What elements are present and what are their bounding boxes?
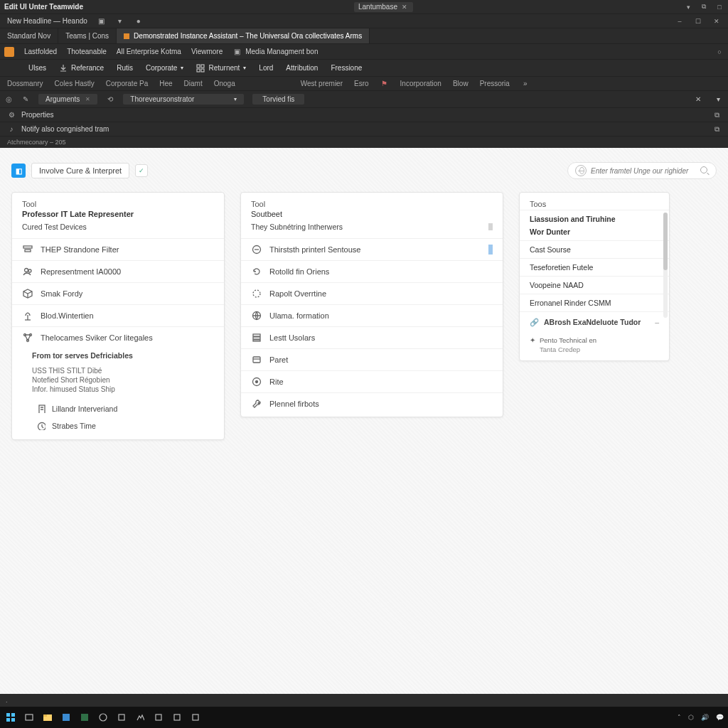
card2-item-7[interactable]: Plennel firbots [241, 392, 503, 417]
card3-row-0a[interactable]: Liassusion and Tiruhine [520, 210, 669, 228]
dot-icon[interactable]: ● [134, 17, 143, 26]
search-box[interactable] [567, 162, 717, 179]
window-min-icon[interactable]: ▾ [684, 3, 692, 11]
brush-icon[interactable]: ✎ [21, 95, 30, 104]
app5-icon[interactable] [134, 711, 146, 724]
app4-icon[interactable] [115, 711, 128, 724]
flag-icon[interactable]: ⚑ [380, 80, 389, 88]
app1-icon[interactable] [60, 711, 73, 724]
ribbon-item-3[interactable]: Corporate▾ [146, 64, 183, 72]
card2-item-4[interactable]: Lestt Usolars [241, 326, 503, 348]
subtool-item-e[interactable]: ▣Media Managment bon [232, 48, 318, 56]
r2r-4[interactable]: Pressoria [480, 80, 510, 87]
tray-vol-icon[interactable]: 🔊 [701, 714, 709, 721]
system-tray[interactable]: ˄ ⬡ 🔊 💬 [678, 714, 724, 721]
close-panel-icon[interactable]: ✕ [692, 94, 704, 105]
card2-item-0[interactable]: Thirststh printerl Sentouse [241, 238, 503, 260]
bell-icon[interactable]: ♪ [7, 125, 16, 134]
breadcrumb-dropdown[interactable]: ✓ [135, 164, 148, 177]
card1-sub-0[interactable]: Lillandr Interveriand [12, 400, 224, 417]
ribbon-item-4[interactable]: Returnent▾ [196, 64, 246, 73]
expand-panel-icon[interactable]: ▾ [712, 94, 724, 105]
card3-row-2[interactable]: Cast Sourse [520, 240, 669, 258]
maximize-icon[interactable]: ☐ [694, 17, 702, 26]
panel-dup-icon[interactable]: ⧉ [712, 125, 721, 134]
pill-arguments[interactable]: Arguments ✕ [38, 94, 97, 105]
tray-up-icon[interactable]: ˄ [678, 714, 681, 721]
r2r-1[interactable]: Esro [354, 80, 369, 87]
window-help-icon[interactable]: □ [715, 3, 724, 11]
ribbon-item-0[interactable]: Ulses [28, 64, 46, 72]
chevron-down-icon[interactable]: ▾ [234, 96, 237, 102]
subtool-item-b[interactable]: Thoteanable [67, 48, 107, 55]
r2r-2[interactable]: Incorporation [400, 80, 441, 87]
chevron-down-icon[interactable]: ▾ [116, 17, 124, 26]
file-tab-3[interactable]: Demonstrated Instance Assistant – The Un… [117, 28, 370, 43]
card1-item-3[interactable]: Blod.Wintertien [12, 304, 224, 326]
file-tab-2[interactable]: Teams | Cons [58, 28, 117, 43]
tray-net-icon[interactable]: ⬡ [688, 714, 694, 721]
app7-icon[interactable] [171, 711, 183, 724]
card2-item-3[interactable]: Ulama. formation [241, 304, 503, 326]
ribbon-item-5[interactable]: Lord [259, 64, 273, 72]
close-icon[interactable]: ✕ [400, 3, 409, 11]
r2-0[interactable]: Dossmanry [7, 80, 43, 87]
card1-item-4[interactable]: Thelocames Sviker Cor litegales [12, 326, 224, 348]
subtool-item-a[interactable]: Lastfolded [24, 48, 57, 55]
link-icon[interactable]: ⟲ [106, 95, 114, 104]
r2r-0[interactable]: West premier [301, 80, 343, 87]
app8-icon[interactable] [189, 711, 202, 724]
card1-item-1[interactable]: Representment IA0000 [12, 260, 224, 282]
card2-item-6[interactable]: Rite [241, 370, 503, 392]
file-tab-1[interactable]: Standard Nov [0, 28, 58, 43]
minus-icon[interactable]: – [655, 318, 659, 326]
card2-item-2[interactable]: Rapolt Overrtine [241, 282, 503, 304]
more-icon[interactable]: » [521, 80, 530, 88]
card3-row-4[interactable]: Voopeine NAAD [520, 276, 669, 294]
card1-sub-1[interactable]: Strabes Time [12, 417, 224, 439]
search-icon[interactable] [700, 166, 709, 175]
search-small-icon[interactable]: ○ [715, 48, 724, 56]
card3-row-5[interactable]: Erronanel Rinder CSMM [520, 294, 669, 311]
app2-icon[interactable] [78, 711, 91, 724]
card3-row-0b[interactable]: Wor Dunter [520, 228, 669, 240]
card1-item-2[interactable]: Smak Fordy [12, 282, 224, 304]
card2-item-1[interactable]: Rotolld fin Oriens [241, 260, 503, 282]
props-tab[interactable]: Torvied fis [252, 94, 304, 105]
target-icon[interactable]: ◎ [4, 95, 13, 104]
window-restore-icon[interactable]: ⧉ [700, 3, 708, 11]
app3-icon[interactable] [97, 711, 109, 724]
close-icon[interactable]: ✕ [85, 96, 90, 102]
pill-demonstrator[interactable]: Thoreveursonstrator ▾ [123, 94, 244, 105]
ribbon-item-6[interactable]: Attribution [286, 64, 318, 72]
r2-2[interactable]: Corporate Pa [106, 80, 148, 87]
card2-item-5[interactable]: Paret [241, 348, 503, 370]
taskview-icon[interactable] [23, 711, 36, 724]
card3-emph[interactable]: 🔗 ABrosh ExaNdeluote Tudor – [520, 311, 669, 332]
subtool-item-d[interactable]: Viewmore [191, 48, 223, 55]
r2-1[interactable]: Coles Hastly [55, 80, 95, 87]
r2-5[interactable]: Onoga [214, 80, 235, 87]
explorer-icon[interactable] [41, 711, 54, 724]
box-icon[interactable]: ▣ [97, 17, 106, 26]
gear-icon[interactable]: ⚙ [7, 111, 16, 119]
card1-item-0[interactable]: THEP Strandone Filter [12, 238, 224, 260]
ribbon-item-7[interactable]: Fressione [331, 64, 362, 72]
minimize-icon[interactable]: – [675, 17, 684, 26]
start-icon[interactable] [4, 711, 17, 724]
scrollbar-thumb[interactable] [663, 213, 668, 270]
search-input[interactable] [591, 167, 696, 175]
card3-scrollbar[interactable] [663, 213, 668, 318]
r2-3[interactable]: Hee [159, 80, 172, 87]
card3-row-3[interactable]: Teseforetien Futele [520, 258, 669, 276]
r2-4[interactable]: Diamt [184, 80, 203, 87]
center-tab[interactable]: Lantumbase ✕ [354, 2, 413, 12]
r2r-3[interactable]: Blow [453, 80, 469, 87]
subtool-item-c[interactable]: All Enterprise Kotma [117, 48, 181, 55]
close-window-icon[interactable]: ✕ [712, 17, 721, 26]
ribbon-item-1[interactable]: Referance [59, 64, 104, 73]
panel-copy-icon[interactable]: ⧉ [712, 111, 721, 119]
ribbon-item-2[interactable]: Rutis [117, 64, 133, 72]
breadcrumb[interactable]: Involve Cure & Interpret [31, 163, 129, 178]
app6-icon[interactable] [152, 711, 165, 724]
